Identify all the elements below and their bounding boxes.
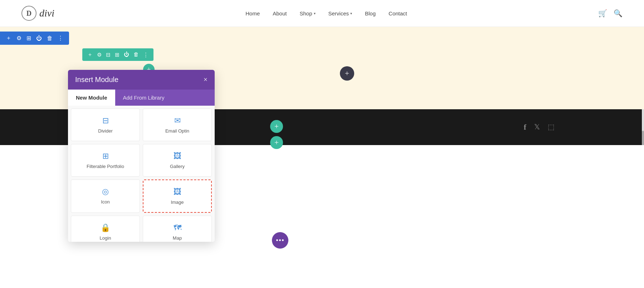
scrollbar[interactable] xyxy=(642,109,644,145)
image-icon: 🖼 xyxy=(174,187,181,197)
modal-title: Insert Module xyxy=(75,76,118,84)
modal-header: Insert Module × xyxy=(68,70,215,90)
facebook-icon[interactable]: f xyxy=(524,123,526,132)
main-area: ＋ ⚙ ⊟ ⊞ ⏻ 🗑 ⋮ + + + + f 𝕏 ⬚ xyxy=(0,27,644,288)
trash-icon[interactable]: 🗑 xyxy=(47,35,53,42)
insert-module-modal: Insert Module × New Module Add From Libr… xyxy=(68,70,215,242)
nav-blog[interactable]: Blog xyxy=(365,10,376,16)
module-gallery-label: Gallery xyxy=(170,164,185,169)
module-portfolio-label: Filterable Portfolio xyxy=(87,164,124,169)
nav-about[interactable]: About xyxy=(273,10,287,16)
module-icon-label: Icon xyxy=(101,199,110,205)
module-email-optin[interactable]: ✉ Email Optin xyxy=(143,109,212,141)
module-icon[interactable]: ◎ Icon xyxy=(71,179,140,213)
gallery-icon: 🖼 xyxy=(174,152,181,161)
add-module-btn-2[interactable]: + xyxy=(270,120,283,133)
navbar: D divi Home About Shop ▾ Services ▾ Blog… xyxy=(0,0,644,27)
add-module-btn-3[interactable]: + xyxy=(270,136,283,149)
chevron-down-icon: ▾ xyxy=(314,11,316,15)
module-divider[interactable]: ⊟ Divider xyxy=(71,109,140,141)
nav-services[interactable]: Services ▾ xyxy=(328,10,352,16)
row-grid-icon[interactable]: ⊞ xyxy=(115,52,119,58)
chevron-down-icon: ▾ xyxy=(350,11,352,15)
row-toolbar: ＋ ⚙ ⊟ ⊞ ⏻ 🗑 ⋮ xyxy=(82,48,153,61)
add-icon[interactable]: ＋ xyxy=(6,34,11,42)
row-add-icon[interactable]: ＋ xyxy=(87,51,93,58)
module-filterable-portfolio[interactable]: ⊞ Filterable Portfolio xyxy=(71,144,140,177)
logo-text: divi xyxy=(39,8,54,19)
tab-new-module[interactable]: New Module xyxy=(68,90,115,106)
navbar-actions: 🛒 🔍 xyxy=(598,9,623,18)
cart-icon[interactable]: 🛒 xyxy=(598,9,607,18)
module-login[interactable]: 🔒 Login xyxy=(71,216,140,242)
logo[interactable]: D divi xyxy=(21,6,54,21)
more-icon[interactable]: ⋮ xyxy=(58,35,63,42)
row-trash-icon[interactable]: 🗑 xyxy=(133,52,139,58)
module-login-label: Login xyxy=(100,235,111,241)
settings-icon[interactable]: ⚙ xyxy=(16,35,21,42)
icon-icon: ◎ xyxy=(102,187,109,196)
instagram-icon[interactable]: ⬚ xyxy=(548,123,555,132)
dots-menu-btn[interactable]: ••• xyxy=(272,232,288,249)
divider-icon: ⊟ xyxy=(102,116,109,125)
portfolio-icon: ⊞ xyxy=(102,152,109,161)
module-image-label: Image xyxy=(171,200,184,205)
social-icons: f 𝕏 ⬚ xyxy=(524,123,555,132)
nav-home[interactable]: Home xyxy=(245,10,260,16)
logo-circle: D xyxy=(21,6,36,21)
nav-shop[interactable]: Shop ▾ xyxy=(299,10,315,16)
modal-body: ⊟ Divider ✉ Email Optin ⊞ Filterable Por… xyxy=(68,106,215,242)
power-icon[interactable]: ⏻ xyxy=(36,35,42,42)
module-map-label: Map xyxy=(173,235,182,241)
nav-links: Home About Shop ▾ Services ▾ Blog Contac… xyxy=(245,10,407,16)
section-toolbar: ＋ ⚙ ⊞ ⏻ 🗑 ⋮ xyxy=(0,32,69,45)
add-section-btn-right[interactable]: + xyxy=(340,66,354,81)
row-power-icon[interactable]: ⏻ xyxy=(124,52,129,58)
twitter-icon[interactable]: 𝕏 xyxy=(534,123,540,132)
layout-icon[interactable]: ⊞ xyxy=(26,35,31,42)
row-more-icon[interactable]: ⋮ xyxy=(143,52,148,58)
row-layout-icon[interactable]: ⊟ xyxy=(106,52,111,58)
module-map[interactable]: 🗺 Map xyxy=(143,216,212,242)
tab-library[interactable]: Add From Library xyxy=(115,90,172,106)
module-email-label: Email Optin xyxy=(165,128,189,134)
module-image[interactable]: 🖼 Image xyxy=(143,179,212,213)
row-settings-icon[interactable]: ⚙ xyxy=(97,52,102,58)
search-icon[interactable]: 🔍 xyxy=(614,9,623,18)
modal-tabs: New Module Add From Library xyxy=(68,90,215,106)
map-icon: 🗺 xyxy=(174,223,181,232)
module-gallery[interactable]: 🖼 Gallery xyxy=(143,144,212,177)
module-divider-label: Divider xyxy=(98,128,112,134)
modal-close-btn[interactable]: × xyxy=(204,76,208,84)
nav-contact[interactable]: Contact xyxy=(389,10,407,16)
module-grid: ⊟ Divider ✉ Email Optin ⊞ Filterable Por… xyxy=(71,109,212,242)
login-icon: 🔒 xyxy=(101,223,110,232)
email-icon: ✉ xyxy=(174,116,181,125)
